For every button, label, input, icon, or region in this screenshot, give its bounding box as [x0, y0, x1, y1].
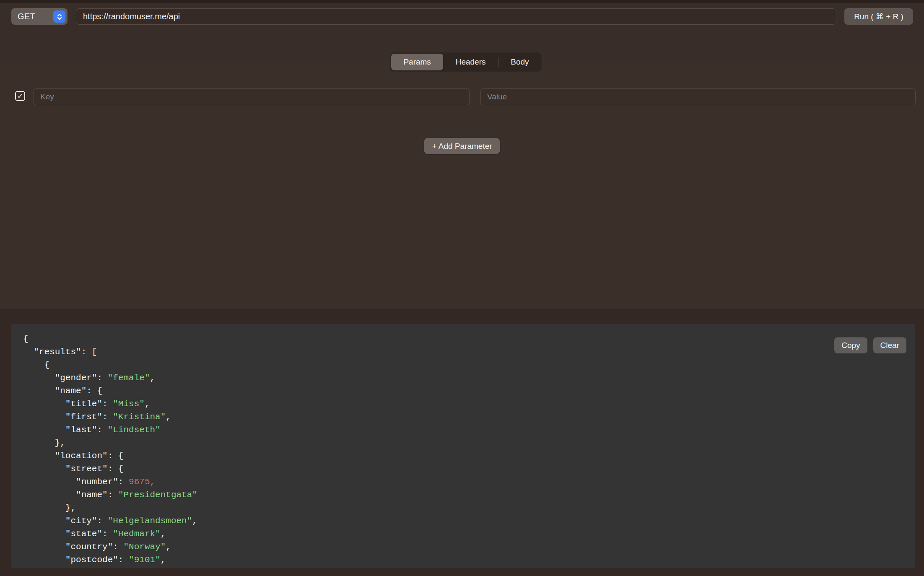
tab-body[interactable]: Body	[498, 54, 541, 70]
select-chevrons-icon	[53, 10, 65, 23]
request-toolbar: GET Run ( ⌘ + R )	[0, 3, 924, 60]
method-label: GET	[11, 12, 35, 21]
clear-button[interactable]: Clear	[873, 337, 906, 353]
window-top-edge	[0, 0, 924, 3]
api-client-window: GET Run ( ⌘ + R ) Params Headers Body ✓ …	[0, 0, 924, 576]
response-region: Copy Clear { "results": [ { "gender": "f…	[0, 309, 924, 576]
run-button[interactable]: Run ( ⌘ + R )	[844, 8, 913, 25]
request-tabs: Params Headers Body	[390, 53, 541, 71]
params-panel: ✓ + Add Parameter	[0, 60, 924, 309]
url-input[interactable]	[76, 8, 836, 25]
method-select[interactable]: GET	[11, 8, 67, 25]
response-actions: Copy Clear	[834, 337, 906, 353]
param-value-input[interactable]	[480, 88, 916, 105]
param-enabled-checkbox[interactable]: ✓	[15, 91, 25, 101]
tab-params[interactable]: Params	[391, 54, 443, 70]
response-panel: Copy Clear { "results": [ { "gender": "f…	[11, 324, 915, 568]
copy-button[interactable]: Copy	[834, 337, 867, 353]
checkmark-icon: ✓	[17, 93, 23, 100]
tab-headers[interactable]: Headers	[443, 54, 498, 70]
response-json[interactable]: { "results": [ { "gender": "female", "na…	[11, 324, 915, 566]
param-key-input[interactable]	[34, 88, 470, 105]
add-parameter-button[interactable]: + Add Parameter	[424, 138, 500, 154]
